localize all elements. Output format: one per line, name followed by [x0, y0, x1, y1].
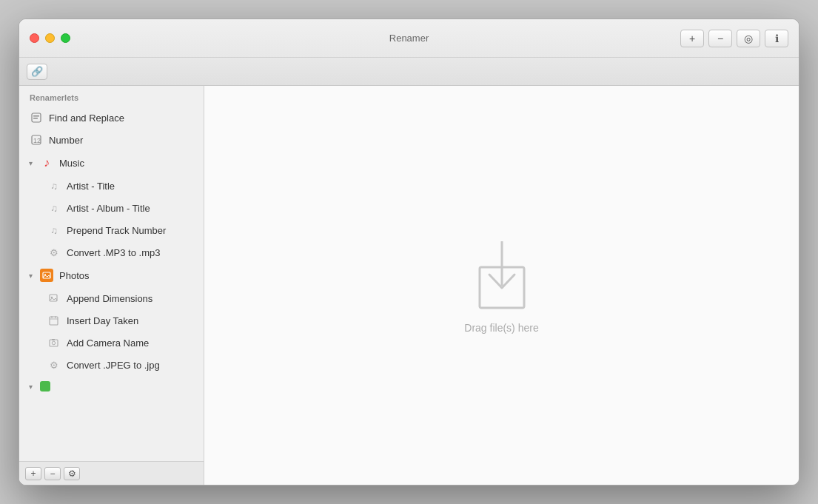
- sidebar-item-find-and-replace[interactable]: Find and Replace: [19, 107, 204, 129]
- traffic-lights: [30, 33, 70, 43]
- insert-day-taken-label: Insert Day Taken: [67, 315, 138, 326]
- svg-point-14: [52, 341, 55, 344]
- camera-icon: [47, 336, 61, 349]
- sidebar-section-label: Renamerlets: [19, 86, 204, 107]
- music-note-icon: ♫: [47, 179, 61, 192]
- maximize-button[interactable]: [61, 33, 70, 43]
- append-dimensions-label: Append Dimensions: [67, 293, 152, 304]
- svg-rect-9: [50, 317, 58, 325]
- svg-rect-7: [50, 295, 57, 301]
- minus-button[interactable]: −: [708, 30, 732, 47]
- green-category-icon: [40, 381, 50, 392]
- chevron-down-icon: ▾: [27, 159, 34, 167]
- svg-rect-15: [52, 339, 55, 340]
- gear-jpeg-icon: ⚙: [47, 358, 61, 372]
- chevron-partial-icon: ▾: [27, 383, 34, 390]
- sidebar-item-add-camera-name[interactable]: Add Camera Name: [19, 332, 204, 354]
- toolbar-row: 🔗: [19, 58, 799, 86]
- chevron-photos-icon: ▾: [27, 272, 34, 279]
- gear-bottom-icon: ⚙: [68, 468, 76, 479]
- sidebar-add-button[interactable]: +: [25, 467, 41, 480]
- photo-dimensions-icon: [47, 292, 61, 305]
- photo-day-icon: [47, 314, 61, 327]
- sidebar: Renamerlets Find and Replace: [19, 86, 204, 485]
- plus-icon: +: [30, 468, 36, 479]
- music-note-3-icon: ♫: [47, 224, 61, 237]
- sidebar-bottom-toolbar: + − ⚙: [19, 461, 204, 485]
- find-replace-icon: [30, 111, 43, 124]
- titlebar: Renamer + − ◎ ℹ: [19, 19, 799, 58]
- drop-arrow-icon: [469, 238, 535, 312]
- prepend-track-label: Prepend Track Number: [67, 225, 166, 236]
- sidebar-item-partial[interactable]: ▾: [19, 376, 204, 397]
- music-label: Music: [59, 158, 84, 169]
- drop-zone[interactable]: Drag file(s) here: [204, 86, 799, 485]
- sidebar-item-artist-title[interactable]: ♫ Artist - Title: [19, 175, 204, 197]
- convert-jpeg-label: Convert .JPEG to .jpg: [67, 360, 160, 371]
- window-title: Renamer: [389, 33, 429, 44]
- gear-mp3-icon: ⚙: [47, 246, 61, 259]
- main-content: Renamerlets Find and Replace: [19, 86, 799, 485]
- app-window: Renamer + − ◎ ℹ 🔗 Renamerlets: [19, 19, 799, 485]
- sidebar-remove-button[interactable]: −: [44, 467, 61, 480]
- music-icon: ♪: [40, 156, 53, 169]
- sidebar-item-number[interactable]: 12 Number: [19, 129, 204, 151]
- svg-rect-13: [50, 340, 58, 346]
- minus-icon: −: [50, 468, 55, 479]
- link-icon: 🔗: [31, 66, 43, 77]
- svg-rect-2: [33, 118, 38, 119]
- find-replace-label: Find and Replace: [49, 112, 124, 124]
- photos-label: Photos: [59, 270, 89, 281]
- sidebar-item-append-dimensions[interactable]: Append Dimensions: [19, 287, 204, 309]
- photos-icon: [40, 269, 53, 282]
- music-note-2-icon: ♫: [47, 201, 61, 215]
- sidebar-item-insert-day-taken[interactable]: Insert Day Taken: [19, 309, 204, 332]
- sidebar-item-artist-album-title[interactable]: ♫ Artist - Album - Title: [19, 197, 204, 219]
- artist-title-label: Artist - Title: [67, 181, 115, 192]
- titlebar-right-buttons: + − ◎ ℹ: [680, 30, 788, 47]
- sidebar-item-photos[interactable]: ▾ Photos: [19, 263, 204, 287]
- add-camera-name-label: Add Camera Name: [67, 337, 149, 349]
- artist-album-title-label: Artist - Album - Title: [67, 203, 150, 214]
- minimize-button[interactable]: [45, 33, 55, 43]
- link-button[interactable]: 🔗: [27, 64, 47, 80]
- convert-mp3-label: Convert .MP3 to .mp3: [67, 247, 160, 258]
- close-button[interactable]: [30, 33, 39, 43]
- sidebar-item-convert-mp3[interactable]: ⚙ Convert .MP3 to .mp3: [19, 241, 204, 263]
- sidebar-scroll: Renamerlets Find and Replace: [19, 86, 204, 461]
- info-button[interactable]: ℹ: [765, 30, 788, 47]
- sidebar-gear-button[interactable]: ⚙: [64, 467, 80, 480]
- add-button[interactable]: +: [680, 30, 704, 47]
- preview-button[interactable]: ◎: [737, 30, 760, 47]
- number-label: Number: [49, 135, 83, 146]
- sidebar-item-convert-jpeg[interactable]: ⚙ Convert .JPEG to .jpg: [19, 354, 204, 376]
- sidebar-item-prepend-track[interactable]: ♫ Prepend Track Number: [19, 219, 204, 241]
- sidebar-item-music[interactable]: ▾ ♪ Music: [19, 151, 204, 175]
- drop-text: Drag file(s) here: [464, 322, 538, 334]
- svg-text:12: 12: [33, 137, 41, 144]
- svg-rect-1: [33, 115, 39, 117]
- number-icon: 12: [30, 133, 43, 147]
